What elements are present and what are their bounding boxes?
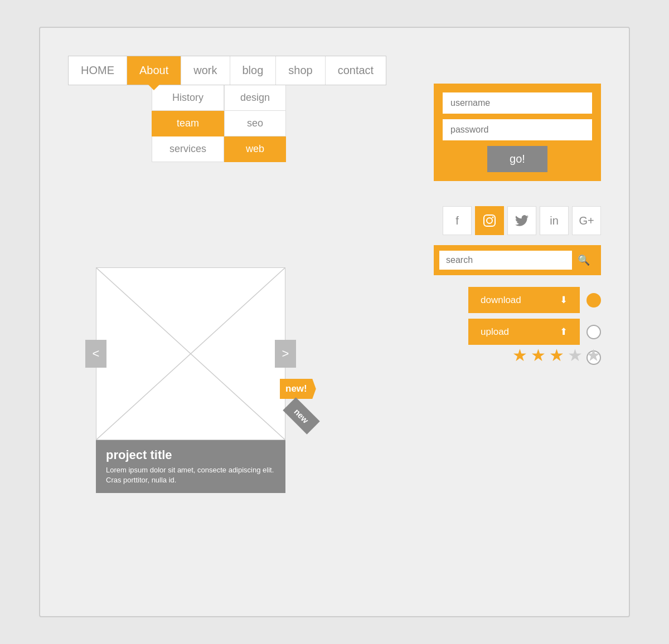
twitter-icon[interactable]: [507, 206, 536, 235]
login-form: go!: [434, 84, 601, 181]
upload-label: upload: [481, 326, 509, 338]
instagram-icon[interactable]: [475, 206, 504, 235]
slideshow-placeholder-svg: [96, 268, 285, 440]
prev-button[interactable]: <: [85, 340, 106, 368]
password-field[interactable]: [443, 119, 592, 140]
download-icon: ⬇: [560, 294, 568, 306]
slideshow-area: < > project title Lorem ipsum dolor sit …: [96, 267, 285, 493]
dropdown-web[interactable]: web: [224, 136, 286, 162]
star-4[interactable]: ★: [568, 345, 583, 365]
download-label: download: [481, 295, 521, 306]
caption-text: Lorem ipsum dolor sit amet, consecte adi…: [106, 465, 275, 485]
search-input[interactable]: [439, 251, 572, 270]
next-button[interactable]: >: [275, 340, 296, 368]
star-3[interactable]: ★: [549, 345, 564, 365]
dropdown-col2: design seo web: [224, 85, 286, 162]
twitter-svg: [515, 215, 529, 226]
radio-upload[interactable]: [586, 325, 601, 339]
slideshow-caption: project title Lorem ipsum dolor sit amet…: [96, 440, 285, 493]
svg-point-4: [492, 217, 494, 218]
star-5[interactable]: ★: [586, 345, 601, 365]
new-badge-2: new: [283, 397, 320, 435]
nav-item-shop[interactable]: shop: [276, 56, 325, 85]
dropdown-design[interactable]: design: [224, 85, 286, 111]
badge-area: new! new: [280, 379, 318, 425]
nav-item-contact[interactable]: contact: [326, 56, 386, 85]
dropdown-menu: History team services design seo web: [152, 85, 286, 162]
upload-row: upload ⬆: [468, 319, 601, 345]
stars-rating: ★ ★ ★ ★ ★: [512, 345, 601, 365]
upload-icon: ⬆: [560, 326, 568, 338]
download-row: download ⬇: [468, 287, 601, 313]
new-badge-1: new!: [280, 379, 316, 399]
dropdown-services[interactable]: services: [152, 136, 224, 162]
slideshow-container: < > project title Lorem ipsum dolor sit …: [96, 267, 285, 493]
nav-bar: HOME About work blog shop contact: [68, 56, 386, 85]
nav-item-blog[interactable]: blog: [230, 56, 277, 85]
star-1[interactable]: ★: [512, 345, 527, 365]
username-field[interactable]: [443, 92, 592, 114]
dropdown-team[interactable]: team: [152, 111, 224, 136]
login-button[interactable]: go!: [487, 146, 547, 172]
dropdown-col1: History team services: [152, 85, 224, 162]
main-frame: HOME About work blog shop contact Histor…: [39, 27, 630, 617]
dropdown-seo[interactable]: seo: [224, 111, 286, 136]
radio-download[interactable]: [586, 293, 601, 308]
dropdown-history[interactable]: History: [152, 85, 224, 111]
instagram-svg: [482, 213, 497, 228]
search-box: 🔍: [434, 245, 601, 275]
download-button[interactable]: download ⬇: [468, 287, 580, 313]
caption-title: project title: [106, 448, 275, 462]
search-button[interactable]: 🔍: [572, 251, 595, 270]
upload-button[interactable]: upload ⬆: [468, 319, 580, 345]
ribbon-wrapper: new: [284, 407, 318, 425]
social-bar: f in G+: [443, 206, 601, 235]
linkedin-icon[interactable]: in: [540, 206, 569, 235]
facebook-icon[interactable]: f: [443, 206, 472, 235]
star-2[interactable]: ★: [531, 345, 546, 365]
slideshow-box: < >: [96, 267, 285, 440]
nav-item-about[interactable]: About: [127, 56, 181, 85]
googleplus-icon[interactable]: G+: [572, 206, 601, 235]
nav-item-work[interactable]: work: [181, 56, 230, 85]
nav-item-home[interactable]: HOME: [69, 56, 127, 85]
svg-point-3: [487, 218, 492, 223]
